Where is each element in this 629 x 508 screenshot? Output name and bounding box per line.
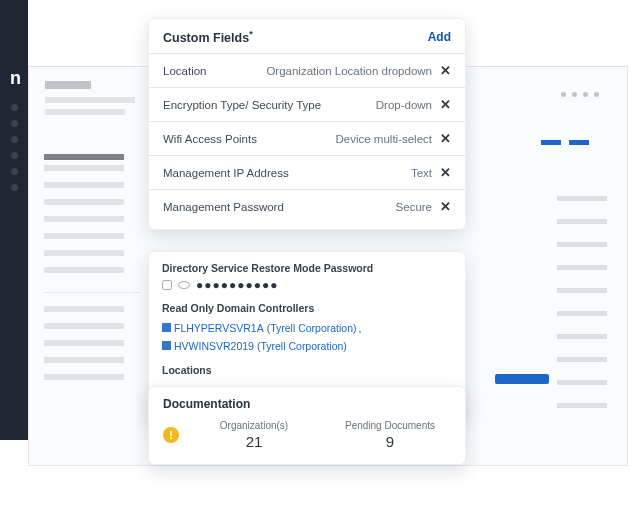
nav-dot[interactable] [11,184,18,191]
copy-icon[interactable] [162,280,172,290]
server-icon [162,323,171,332]
field-type: Device multi-select [336,133,433,145]
skeleton [541,140,589,145]
stat: Pending Documents 9 [329,420,451,450]
app-sidebar [0,0,28,440]
remove-icon[interactable]: ✕ [440,199,451,214]
eye-icon[interactable] [178,281,190,289]
warning-icon: ! [163,427,179,443]
field-type: Organization Location dropdown [266,65,432,77]
field-row: Encryption Type/ Security Type Drop-down… [149,87,465,121]
field-label: Encryption Type/ Security Type [163,99,321,111]
documentation-card: Documentation ! Organization(s) 21 Pendi… [148,386,466,465]
overflow-menu[interactable] [561,92,599,97]
password-label: Directory Service Restore Mode Password [162,262,452,274]
stat: Organization(s) 21 [193,420,315,450]
nav-dot[interactable] [11,120,18,127]
nav-dot[interactable] [11,104,18,111]
skeleton-sidebar-list [44,154,136,386]
field-label: Management Password [163,201,284,213]
remove-icon[interactable]: ✕ [440,97,451,112]
stat-label: Pending Documents [329,420,451,431]
locations-label: Locations [162,364,452,376]
brand-logo: n [10,68,21,89]
field-label: Location [163,65,206,77]
field-label: Wifi Access Points [163,133,257,145]
nav-dot[interactable] [11,168,18,175]
skeleton [45,81,91,89]
controller-link[interactable]: HVWINSVR2019 (Tyrell Corporation) [162,340,347,352]
skeleton-button [495,374,549,384]
add-button[interactable]: Add [428,30,451,44]
custom-fields-title: Custom Fields* [163,29,253,45]
field-label: Management IP Address [163,167,289,179]
stat-value: 9 [329,433,451,450]
remove-icon[interactable]: ✕ [440,165,451,180]
field-type: Drop-down [376,99,432,111]
controllers-label: Read Only Domain Controllers [162,302,452,314]
skeleton [45,97,135,103]
field-row: Management Password Secure✕ [149,189,465,223]
remove-icon[interactable]: ✕ [440,63,451,78]
documentation-title: Documentation [163,397,451,411]
nav-dot[interactable] [11,136,18,143]
field-type: Text [411,167,432,179]
field-row: Wifi Access Points Device multi-select✕ [149,121,465,155]
stat-label: Organization(s) [193,420,315,431]
password-mask: ●●●●●●●●●● [196,278,278,292]
skeleton [45,109,125,115]
custom-fields-card: Custom Fields* Add Location Organization… [148,18,466,230]
stat-value: 21 [193,433,315,450]
field-row: Location Organization Location dropdown✕ [149,53,465,87]
nav-dot[interactable] [11,152,18,159]
field-type: Secure [396,201,432,213]
field-row: Management IP Address Text✕ [149,155,465,189]
remove-icon[interactable]: ✕ [440,131,451,146]
controller-link[interactable]: FLHYPERVSVR1A (Tyrell Corporation) [162,322,357,334]
server-icon [162,341,171,350]
skeleton [557,196,607,408]
